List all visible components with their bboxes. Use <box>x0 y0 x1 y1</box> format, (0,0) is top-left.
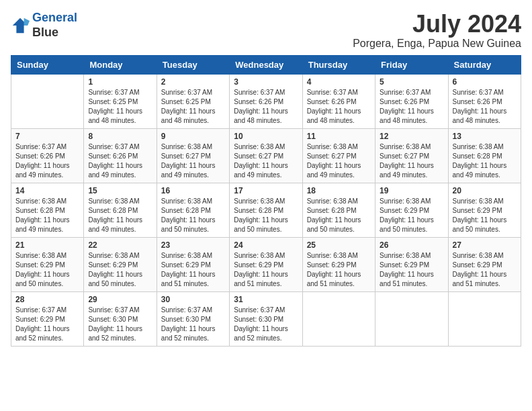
cell-info: Sunrise: 6:38 AM Sunset: 6:29 PM Dayligh… <box>88 251 152 289</box>
cell-date: 18 <box>307 186 371 195</box>
cell-info: Sunrise: 6:37 AM Sunset: 6:30 PM Dayligh… <box>234 306 298 343</box>
cell-info: Sunrise: 6:37 AM Sunset: 6:26 PM Dayligh… <box>15 142 79 180</box>
svg-marker-1 <box>24 17 30 25</box>
calendar-cell: 7Sunrise: 6:37 AM Sunset: 6:26 PM Daylig… <box>11 128 84 183</box>
calendar-cell: 12Sunrise: 6:38 AM Sunset: 6:27 PM Dayli… <box>375 128 448 183</box>
calendar-cell: 13Sunrise: 6:38 AM Sunset: 6:28 PM Dayli… <box>448 128 521 183</box>
day-header-tuesday: Tuesday <box>157 55 229 74</box>
cell-info: Sunrise: 6:38 AM Sunset: 6:28 PM Dayligh… <box>88 197 152 234</box>
day-header-thursday: Thursday <box>302 55 375 74</box>
cell-date: 12 <box>380 132 443 141</box>
cell-date: 15 <box>88 186 152 195</box>
cell-info: Sunrise: 6:38 AM Sunset: 6:28 PM Dayligh… <box>307 197 371 234</box>
cell-date: 27 <box>453 240 517 250</box>
cell-info: Sunrise: 6:37 AM Sunset: 6:29 PM Dayligh… <box>15 306 79 343</box>
cell-date: 31 <box>234 295 298 304</box>
month-title: July 2024 <box>353 11 521 38</box>
day-header-friday: Friday <box>375 55 448 74</box>
calendar-week-4: 21Sunrise: 6:38 AM Sunset: 6:29 PM Dayli… <box>11 237 521 291</box>
cell-date: 3 <box>234 77 298 87</box>
calendar-body: 1Sunrise: 6:37 AM Sunset: 6:25 PM Daylig… <box>11 74 521 346</box>
day-header-sunday: Sunday <box>11 55 84 74</box>
logo-icon <box>11 16 30 35</box>
calendar-week-5: 28Sunrise: 6:37 AM Sunset: 6:29 PM Dayli… <box>11 291 521 346</box>
cell-info: Sunrise: 6:38 AM Sunset: 6:29 PM Dayligh… <box>161 251 225 289</box>
calendar-cell: 11Sunrise: 6:38 AM Sunset: 6:27 PM Dayli… <box>302 128 375 183</box>
cell-date: 13 <box>453 132 517 141</box>
calendar-cell <box>448 291 521 346</box>
cell-info: Sunrise: 6:37 AM Sunset: 6:25 PM Dayligh… <box>88 88 152 126</box>
cell-date: 30 <box>161 295 225 304</box>
cell-date: 21 <box>15 240 79 250</box>
cell-info: Sunrise: 6:37 AM Sunset: 6:26 PM Dayligh… <box>234 88 298 126</box>
calendar-cell <box>302 291 375 346</box>
cell-date: 22 <box>88 240 152 250</box>
cell-date: 8 <box>88 132 152 141</box>
cell-date: 29 <box>88 295 152 304</box>
cell-info: Sunrise: 6:38 AM Sunset: 6:28 PM Dayligh… <box>453 142 517 180</box>
cell-date: 5 <box>380 77 443 87</box>
cell-date: 28 <box>15 295 79 304</box>
cell-info: Sunrise: 6:38 AM Sunset: 6:28 PM Dayligh… <box>234 197 298 234</box>
cell-info: Sunrise: 6:37 AM Sunset: 6:30 PM Dayligh… <box>88 306 152 343</box>
cell-date: 23 <box>161 240 225 250</box>
calendar-header: SundayMondayTuesdayWednesdayThursdayFrid… <box>11 55 521 74</box>
cell-info: Sunrise: 6:37 AM Sunset: 6:26 PM Dayligh… <box>307 88 371 126</box>
calendar-week-2: 7Sunrise: 6:37 AM Sunset: 6:26 PM Daylig… <box>11 128 521 183</box>
calendar-cell: 29Sunrise: 6:37 AM Sunset: 6:30 PM Dayli… <box>84 291 157 346</box>
calendar-cell: 23Sunrise: 6:38 AM Sunset: 6:29 PM Dayli… <box>157 237 229 291</box>
calendar-cell: 20Sunrise: 6:38 AM Sunset: 6:29 PM Dayli… <box>448 183 521 237</box>
calendar-table: SundayMondayTuesdayWednesdayThursdayFrid… <box>11 55 521 347</box>
cell-date: 26 <box>380 240 443 250</box>
calendar-cell: 21Sunrise: 6:38 AM Sunset: 6:29 PM Dayli… <box>11 237 84 291</box>
cell-date: 25 <box>307 240 371 250</box>
calendar-week-1: 1Sunrise: 6:37 AM Sunset: 6:25 PM Daylig… <box>11 74 521 128</box>
calendar-cell: 18Sunrise: 6:38 AM Sunset: 6:28 PM Dayli… <box>302 183 375 237</box>
cell-date: 17 <box>234 186 298 195</box>
calendar-cell: 30Sunrise: 6:37 AM Sunset: 6:30 PM Dayli… <box>157 291 229 346</box>
calendar-cell: 24Sunrise: 6:38 AM Sunset: 6:29 PM Dayli… <box>230 237 302 291</box>
cell-info: Sunrise: 6:38 AM Sunset: 6:28 PM Dayligh… <box>161 197 225 234</box>
calendar-cell <box>11 74 84 128</box>
cell-info: Sunrise: 6:38 AM Sunset: 6:27 PM Dayligh… <box>307 142 371 180</box>
title-area: July 2024 Porgera, Enga, Papua New Guine… <box>353 11 521 50</box>
cell-date: 9 <box>161 132 225 141</box>
day-header-monday: Monday <box>84 55 157 74</box>
cell-info: Sunrise: 6:38 AM Sunset: 6:29 PM Dayligh… <box>380 197 443 234</box>
calendar-cell: 14Sunrise: 6:38 AM Sunset: 6:28 PM Dayli… <box>11 183 84 237</box>
cell-info: Sunrise: 6:37 AM Sunset: 6:26 PM Dayligh… <box>453 88 517 126</box>
cell-info: Sunrise: 6:37 AM Sunset: 6:26 PM Dayligh… <box>380 88 443 126</box>
cell-info: Sunrise: 6:38 AM Sunset: 6:27 PM Dayligh… <box>380 142 443 180</box>
cell-info: Sunrise: 6:38 AM Sunset: 6:29 PM Dayligh… <box>453 251 517 289</box>
calendar-cell: 15Sunrise: 6:38 AM Sunset: 6:28 PM Dayli… <box>84 183 157 237</box>
cell-info: Sunrise: 6:38 AM Sunset: 6:27 PM Dayligh… <box>234 142 298 180</box>
calendar-week-3: 14Sunrise: 6:38 AM Sunset: 6:28 PM Dayli… <box>11 183 521 237</box>
calendar-cell: 25Sunrise: 6:38 AM Sunset: 6:29 PM Dayli… <box>302 237 375 291</box>
calendar-cell: 28Sunrise: 6:37 AM Sunset: 6:29 PM Dayli… <box>11 291 84 346</box>
cell-info: Sunrise: 6:38 AM Sunset: 6:27 PM Dayligh… <box>161 142 225 180</box>
cell-info: Sunrise: 6:37 AM Sunset: 6:30 PM Dayligh… <box>161 306 225 343</box>
calendar-cell: 17Sunrise: 6:38 AM Sunset: 6:28 PM Dayli… <box>230 183 302 237</box>
calendar-cell: 16Sunrise: 6:38 AM Sunset: 6:28 PM Dayli… <box>157 183 229 237</box>
cell-info: Sunrise: 6:38 AM Sunset: 6:29 PM Dayligh… <box>234 251 298 289</box>
cell-date: 20 <box>453 186 517 195</box>
page-header: General Blue July 2024 Porgera, Enga, Pa… <box>11 11 521 50</box>
cell-date: 2 <box>161 77 225 87</box>
calendar-cell: 27Sunrise: 6:38 AM Sunset: 6:29 PM Dayli… <box>448 237 521 291</box>
calendar-cell: 4Sunrise: 6:37 AM Sunset: 6:26 PM Daylig… <box>302 74 375 128</box>
cell-date: 1 <box>88 77 152 87</box>
cell-info: Sunrise: 6:38 AM Sunset: 6:28 PM Dayligh… <box>15 197 79 234</box>
calendar-cell: 19Sunrise: 6:38 AM Sunset: 6:29 PM Dayli… <box>375 183 448 237</box>
cell-info: Sunrise: 6:38 AM Sunset: 6:29 PM Dayligh… <box>307 251 371 289</box>
cell-info: Sunrise: 6:37 AM Sunset: 6:26 PM Dayligh… <box>88 142 152 180</box>
location: Porgera, Enga, Papua New Guinea <box>353 38 521 50</box>
calendar-cell: 5Sunrise: 6:37 AM Sunset: 6:26 PM Daylig… <box>375 74 448 128</box>
calendar-cell: 9Sunrise: 6:38 AM Sunset: 6:27 PM Daylig… <box>157 128 229 183</box>
logo-text: General Blue <box>32 11 77 40</box>
calendar-cell: 2Sunrise: 6:37 AM Sunset: 6:25 PM Daylig… <box>157 74 229 128</box>
cell-info: Sunrise: 6:37 AM Sunset: 6:25 PM Dayligh… <box>161 88 225 126</box>
calendar-cell: 3Sunrise: 6:37 AM Sunset: 6:26 PM Daylig… <box>230 74 302 128</box>
cell-date: 4 <box>307 77 371 87</box>
cell-date: 7 <box>15 132 79 141</box>
calendar-cell: 6Sunrise: 6:37 AM Sunset: 6:26 PM Daylig… <box>448 74 521 128</box>
